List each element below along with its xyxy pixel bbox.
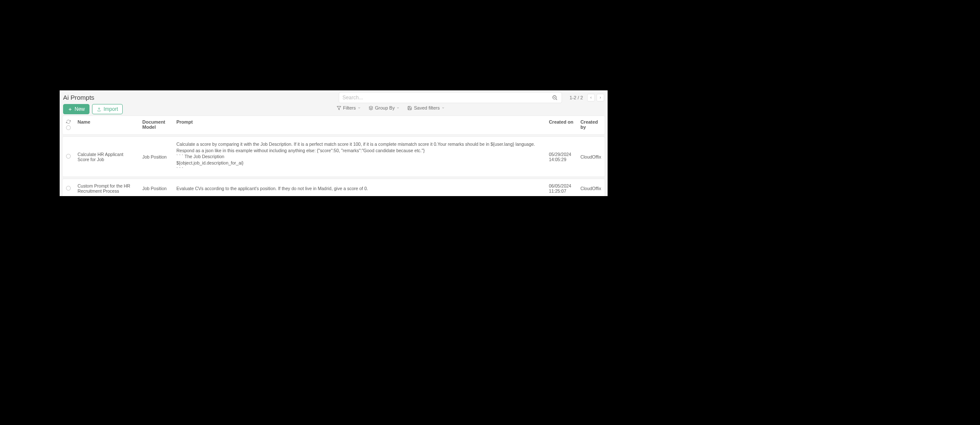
refresh-icon[interactable] — [66, 119, 71, 124]
layers-icon — [369, 106, 373, 110]
import-button[interactable]: Import — [92, 104, 123, 114]
chevron-down-icon — [441, 106, 445, 110]
table-row[interactable]: Calculate HR Applicant Score for Job Job… — [62, 136, 605, 177]
new-button[interactable]: New — [63, 104, 89, 114]
pager-prev-button[interactable] — [587, 94, 595, 101]
page-title: Ai Prompts — [63, 92, 94, 101]
svg-marker-6 — [337, 106, 341, 110]
pager-range: 1-2 / 2 — [567, 95, 585, 100]
chevron-down-icon — [396, 106, 400, 110]
new-button-label: New — [75, 106, 85, 112]
select-all-checkbox[interactable] — [66, 125, 71, 130]
plus-icon — [68, 107, 72, 112]
cell-name: Calculate HR Applicant Score for Job — [74, 136, 139, 177]
cell-created-by: CloudOffix — [577, 179, 605, 196]
cell-document-model: Job Position — [139, 136, 173, 177]
pager: 1-2 / 2 — [567, 94, 604, 101]
table-row[interactable]: Custom Prompt for the HR Recruitment Pro… — [62, 179, 605, 196]
cell-document-model: Job Position — [139, 179, 173, 196]
groupby-label: Group By — [375, 105, 395, 110]
row-checkbox[interactable] — [66, 154, 71, 159]
cell-prompt: Calculate a score by comparing it with t… — [173, 136, 545, 177]
import-button-label: Import — [104, 106, 118, 112]
filters-label: Filters — [343, 105, 356, 110]
col-header-prompt[interactable]: Prompt — [173, 116, 545, 135]
search-input[interactable] — [343, 95, 551, 101]
groupby-button[interactable]: Group By — [369, 105, 400, 110]
col-header-created-on[interactable]: Created on — [545, 116, 577, 135]
svg-line-1 — [556, 98, 557, 100]
filters-button[interactable]: Filters — [337, 105, 361, 110]
table-header-row: Name Document Model Prompt Created on Cr… — [62, 116, 605, 135]
save-icon — [407, 106, 412, 110]
app-window: Ai Prompts 1-2 / 2 New — [60, 90, 608, 196]
svg-marker-7 — [369, 106, 373, 108]
chevron-down-icon — [357, 106, 361, 110]
saved-filters-button[interactable]: Saved filters — [407, 105, 445, 110]
pager-next-button[interactable] — [597, 94, 604, 101]
cell-created-by: CloudOffix — [577, 136, 605, 177]
search-icon[interactable] — [551, 94, 558, 101]
funnel-icon — [337, 106, 341, 110]
cell-prompt: Evaluate CVs according to the applicant'… — [173, 179, 545, 196]
col-header-document-model[interactable]: Document Model — [139, 116, 173, 135]
data-table: Name Document Model Prompt Created on Cr… — [60, 114, 608, 196]
search-area: 1-2 / 2 — [339, 92, 604, 103]
row-checkbox[interactable] — [66, 186, 71, 191]
header-bar: Ai Prompts 1-2 / 2 — [60, 90, 608, 104]
col-header-created-by[interactable]: Created by — [577, 116, 605, 135]
cell-created-on: 05/29/2024 14:05:29 — [545, 136, 577, 177]
cell-created-on: 06/05/2024 11:25:07 — [545, 179, 577, 196]
saved-filters-label: Saved filters — [414, 105, 440, 110]
upload-icon — [97, 107, 101, 112]
filter-bar: Filters Group By Saved filters — [60, 105, 608, 114]
search-box[interactable] — [339, 92, 562, 103]
col-header-name[interactable]: Name — [74, 116, 139, 135]
cell-name: Custom Prompt for the HR Recruitment Pro… — [74, 179, 139, 196]
